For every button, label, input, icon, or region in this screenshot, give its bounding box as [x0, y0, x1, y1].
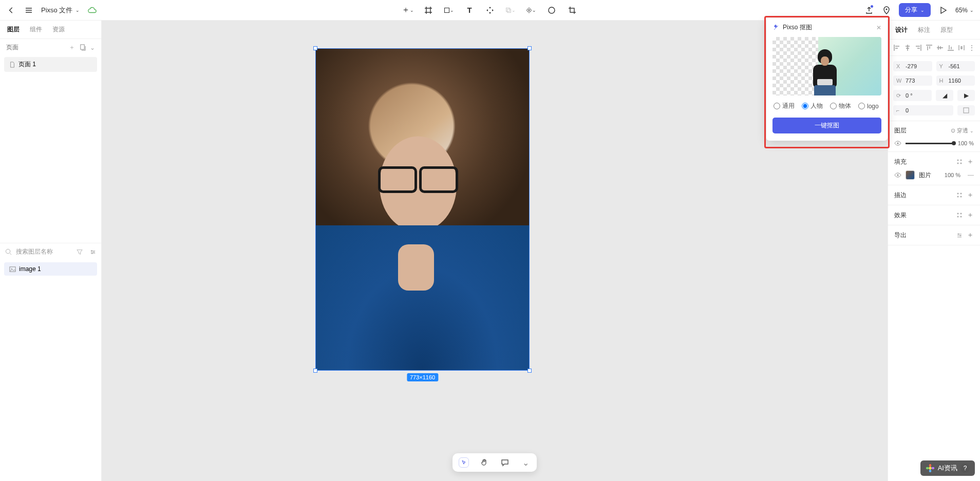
selection-frame[interactable]: 773×1160: [315, 48, 530, 371]
effects-section: 效果 ＋: [888, 205, 980, 225]
fill-opacity[interactable]: 100 %: [945, 172, 960, 178]
align-right-icon[interactable]: [915, 44, 922, 51]
matting-button[interactable]: 一键抠图: [772, 118, 881, 133]
opacity-value[interactable]: 100 %: [958, 140, 974, 146]
svg-point-28: [960, 235, 962, 237]
add-effect-icon[interactable]: ＋: [967, 210, 974, 220]
cursor-tool[interactable]: [459, 457, 469, 468]
resize-handle-bl[interactable]: [313, 369, 317, 373]
layers-list: image 1: [0, 260, 101, 481]
resize-handle-br[interactable]: [527, 369, 532, 373]
filter-icon[interactable]: [77, 249, 83, 255]
svg-rect-12: [964, 108, 969, 113]
more-tools[interactable]: ⌄: [520, 457, 531, 468]
export-section: 导出 ＋: [888, 225, 980, 245]
align-hcenter-icon[interactable]: [904, 44, 911, 51]
h-field[interactable]: H1160: [936, 75, 975, 86]
ellipse-tool[interactable]: [546, 5, 557, 15]
add-fill-icon[interactable]: ＋: [967, 157, 974, 166]
rotation-field[interactable]: ⟳0 °: [893, 90, 932, 101]
add-tool[interactable]: ＋⌄: [403, 5, 413, 15]
export-settings-icon[interactable]: [956, 232, 963, 238]
page-item[interactable]: 页面 1: [4, 57, 97, 72]
back-icon[interactable]: [6, 5, 16, 15]
add-page-icon[interactable]: ＋: [69, 43, 75, 52]
opt-logo[interactable]: logo: [858, 102, 879, 110]
component-tool[interactable]: ⌄: [526, 5, 536, 15]
svg-point-14: [957, 160, 959, 161]
stroke-section: 描边 ＋: [888, 185, 980, 205]
opacity-slider[interactable]: [906, 143, 954, 144]
comment-tool[interactable]: [500, 457, 510, 468]
left-tabs: 图层 组件 资源: [0, 21, 101, 39]
align-vcenter-icon[interactable]: [936, 44, 944, 51]
align-top-icon[interactable]: [926, 44, 933, 51]
x-field[interactable]: X-279: [893, 61, 932, 71]
crop-tool[interactable]: [567, 5, 577, 15]
visibility-icon[interactable]: [894, 141, 901, 146]
svg-point-18: [897, 174, 898, 176]
align-bottom-icon[interactable]: [947, 44, 954, 51]
expand-radius-icon[interactable]: [957, 105, 975, 116]
stroke-styles-icon[interactable]: [956, 192, 963, 198]
add-stroke-icon[interactable]: ＋: [967, 190, 974, 200]
hand-tool[interactable]: [479, 457, 489, 468]
export-icon[interactable]: [864, 5, 874, 15]
resize-handle-tl[interactable]: [313, 46, 317, 50]
search-icon: [5, 248, 12, 255]
radius-field[interactable]: ⌐0: [893, 105, 953, 116]
location-icon[interactable]: [881, 5, 892, 15]
share-button[interactable]: 分享⌄: [899, 3, 931, 17]
effect-styles-icon[interactable]: [956, 212, 963, 218]
tab-assets[interactable]: 资源: [52, 25, 65, 34]
matting-panel: Pixso 抠图 ✕ 通用 人物 物体 logo 一键抠图: [766, 18, 888, 141]
layer-search[interactable]: 搜索图层名称: [0, 243, 101, 260]
menu-icon[interactable]: [24, 5, 34, 15]
selected-image[interactable]: [316, 49, 529, 370]
distribute-h-icon[interactable]: [958, 44, 965, 51]
w-field[interactable]: W773: [893, 75, 932, 86]
bottom-toolbar: ⌄: [453, 453, 537, 472]
align-left-icon[interactable]: [893, 44, 900, 51]
fill-swatch[interactable]: [906, 170, 915, 180]
tab-layers[interactable]: 图层: [7, 25, 20, 34]
flower-icon: [926, 464, 935, 473]
chevron-down-icon[interactable]: ⌄: [90, 44, 95, 51]
opt-person[interactable]: 人物: [802, 102, 823, 110]
tab-annotate[interactable]: 标注: [918, 26, 930, 34]
svg-point-22: [960, 196, 962, 198]
layer-item[interactable]: image 1: [4, 262, 97, 276]
fill-styles-icon[interactable]: [956, 159, 963, 165]
move-tool[interactable]: [485, 5, 495, 15]
tab-design[interactable]: 设计: [895, 26, 908, 34]
close-icon[interactable]: ✕: [876, 24, 881, 31]
opt-object[interactable]: 物体: [830, 102, 851, 110]
frame-tool[interactable]: [423, 5, 434, 15]
help-icon[interactable]: ?: [960, 464, 970, 473]
matting-title: Pixso 抠图: [783, 23, 812, 32]
flip-h-icon[interactable]: ◢: [936, 90, 953, 101]
settings-icon[interactable]: [90, 249, 96, 255]
page-copy-icon[interactable]: [79, 44, 86, 51]
tab-components[interactable]: 组件: [30, 25, 42, 34]
svg-point-27: [958, 234, 959, 235]
remove-fill-icon[interactable]: —: [968, 171, 974, 179]
boolean-tool[interactable]: ⌄: [505, 5, 516, 15]
shape-tool[interactable]: ⌄: [444, 5, 454, 15]
align-more-icon[interactable]: ⋮: [969, 44, 975, 51]
flip-v-icon[interactable]: ▶: [957, 90, 975, 101]
watermark-badge: AI资讯 ?: [920, 460, 975, 476]
add-export-icon[interactable]: ＋: [967, 230, 974, 240]
text-tool[interactable]: T: [464, 5, 475, 15]
blend-mode[interactable]: ⊙穿透⌄: [951, 127, 974, 134]
svg-point-23: [957, 213, 959, 215]
zoom-level[interactable]: 65%⌄: [955, 7, 974, 14]
visibility-icon[interactable]: [894, 172, 901, 178]
play-icon[interactable]: [938, 5, 948, 15]
cloud-sync-icon[interactable]: [87, 5, 97, 15]
tab-prototype[interactable]: 原型: [940, 26, 953, 34]
file-title[interactable]: Pixso 文件⌄: [41, 6, 80, 15]
opt-general[interactable]: 通用: [774, 102, 795, 110]
y-field[interactable]: Y-561: [936, 61, 975, 71]
resize-handle-tr[interactable]: [527, 46, 532, 50]
